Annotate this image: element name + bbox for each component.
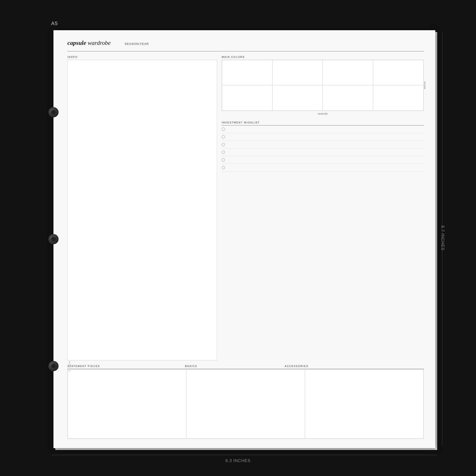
- bottom-section: STATEMENT PIECES BASICS ACCESSORIES: [68, 365, 424, 439]
- colors-grid: accents: [222, 60, 424, 111]
- dimension-width-label: 6.3 INCHES: [225, 458, 251, 463]
- ring-1: [48, 107, 59, 117]
- color-cell-4: [373, 60, 424, 85]
- season-year-label: SEASON/YEAR: [125, 42, 149, 46]
- ring-3: [48, 361, 59, 371]
- a5-size-label: A5: [51, 20, 58, 27]
- ring-2: [48, 234, 59, 244]
- colors-label: MAIN COLORS: [222, 55, 424, 58]
- top-section: INSPO MAIN COLORS: [68, 55, 424, 360]
- color-cell-7: [323, 85, 373, 111]
- basics-label: BASICS: [185, 365, 285, 367]
- wishlist-item-2[interactable]: [222, 133, 424, 141]
- wishlist-section: INVESTMENT WISHLIST: [222, 121, 424, 360]
- neutrals-label: neutrals: [222, 112, 424, 116]
- inspo-box[interactable]: [68, 60, 217, 360]
- dimension-height-label: 8.7 INCHES: [440, 225, 445, 251]
- paper-page: CLOTH & PAPER capsule wardrobe SEASON/YE…: [53, 30, 435, 448]
- accessories-cell[interactable]: [305, 369, 424, 439]
- color-cell-3: [323, 60, 373, 85]
- wishlist-item-4[interactable]: [222, 149, 424, 156]
- right-column: MAIN COLORS accents: [222, 55, 424, 360]
- wishlist-circle-5: [222, 158, 225, 162]
- ring-binders-top: [48, 30, 59, 448]
- wishlist-circle-3: [222, 143, 225, 146]
- inspo-column: INSPO: [68, 55, 217, 360]
- colors-section: MAIN COLORS accents: [222, 55, 424, 118]
- color-cell-1: [222, 60, 272, 85]
- color-cell-6: [272, 85, 323, 111]
- page-header: capsule wardrobe SEASON/YEAR: [68, 39, 424, 48]
- wishlist-circle-4: [222, 151, 225, 154]
- wishlist-items: [222, 125, 424, 171]
- dimension-bottom-line: [51, 455, 437, 455]
- basics-cell[interactable]: [186, 369, 305, 439]
- wishlist-item-5[interactable]: [222, 156, 424, 164]
- color-cell-2: [272, 60, 323, 85]
- wishlist-item-3[interactable]: [222, 141, 424, 149]
- wishlist-circle-2: [222, 135, 225, 138]
- inspo-label: INSPO: [68, 55, 217, 58]
- color-cell-5: [222, 85, 272, 111]
- color-cell-8: [373, 85, 424, 111]
- accents-label: accents: [424, 82, 427, 89]
- wishlist-circle-1: [222, 128, 225, 131]
- title-wardrobe: wardrobe: [88, 39, 111, 47]
- accessories-label: ACCESSORIES: [285, 365, 424, 367]
- wishlist-item-1[interactable]: [222, 125, 424, 133]
- bottom-column-headers: STATEMENT PIECES BASICS ACCESSORIES: [68, 365, 424, 367]
- wishlist-label: INVESTMENT WISHLIST: [222, 121, 424, 124]
- statement-cell[interactable]: [68, 369, 186, 439]
- title-capsule: capsule: [68, 39, 86, 47]
- statement-pieces-label: STATEMENT PIECES: [68, 365, 185, 367]
- bottom-grid: [68, 369, 424, 439]
- wishlist-circle-6: [222, 166, 225, 169]
- wishlist-item-6[interactable]: [222, 164, 424, 171]
